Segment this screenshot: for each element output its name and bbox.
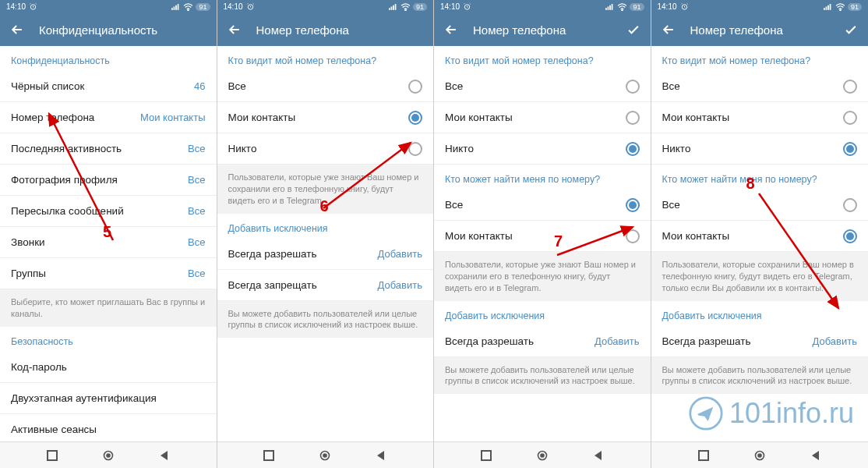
row-groups[interactable]: ГруппыВсе (0, 258, 217, 289)
svg-rect-36 (699, 451, 708, 460)
nav-recent-icon[interactable] (46, 449, 58, 462)
signal-icon (389, 3, 398, 10)
status-bar: 14:10 91 (434, 0, 651, 13)
svg-rect-32 (826, 7, 827, 10)
nav-back-icon[interactable] (375, 449, 387, 462)
page-title: Номер телефона (256, 23, 425, 37)
option-contacts[interactable]: Мои контакты (217, 102, 434, 133)
screen-1: 14:10 91 Конфиденциальность Конфиденциал… (0, 0, 217, 468)
svg-rect-2 (174, 7, 175, 10)
option-everybody[interactable]: Все (217, 71, 434, 102)
alarm-icon (29, 2, 37, 11)
svg-point-25 (622, 9, 623, 10)
nav-recent-icon[interactable] (480, 449, 492, 462)
radio-icon (408, 111, 422, 125)
nav-home-icon[interactable] (753, 449, 766, 462)
row-twostep[interactable]: Двухэтапная аутентификация (0, 383, 217, 414)
nav-bar (217, 441, 434, 468)
svg-rect-4 (178, 4, 179, 10)
wifi-icon (183, 3, 193, 11)
section-who-finds: Кто может найти меня по номеру? (434, 165, 651, 190)
add-link[interactable]: Добавить (595, 335, 639, 347)
nav-home-icon[interactable] (536, 449, 549, 462)
check-icon[interactable] (843, 22, 859, 37)
svg-point-8 (106, 453, 111, 458)
nav-recent-icon[interactable] (697, 449, 710, 462)
app-bar: Номер телефона (217, 13, 434, 46)
back-icon[interactable] (227, 22, 242, 37)
row-always-allow[interactable]: Всегда разрешатьДобавить (434, 326, 651, 357)
svg-rect-3 (176, 5, 178, 10)
option-find-everybody[interactable]: Все (434, 190, 651, 221)
signal-icon (824, 3, 833, 10)
check-icon[interactable] (626, 22, 641, 37)
back-icon[interactable] (661, 22, 676, 37)
nav-home-icon[interactable] (102, 449, 115, 462)
nav-home-icon[interactable] (319, 449, 331, 462)
row-passcode[interactable]: Код-пароль (0, 352, 217, 383)
screen-3: 14:10 91 Номер телефона Кто видит мой но… (434, 0, 651, 468)
radio-icon (626, 198, 640, 212)
status-bar: 14:10 91 (217, 0, 434, 13)
row-forward[interactable]: Пересылка сообщенийВсе (0, 196, 217, 227)
radio-icon (843, 111, 857, 125)
svg-point-35 (840, 9, 841, 10)
svg-rect-11 (389, 8, 390, 10)
row-profile-photo[interactable]: Фотография профиляВсе (0, 165, 217, 196)
svg-rect-21 (605, 8, 607, 10)
row-blacklist[interactable]: Чёрный список46 (0, 71, 217, 102)
status-bar: 14:10 91 (0, 0, 217, 13)
back-icon[interactable] (9, 22, 25, 37)
wifi-icon (400, 3, 411, 11)
option-nobody[interactable]: Никто (434, 133, 651, 165)
option-find-contacts[interactable]: Мои контакты (434, 221, 651, 252)
nav-back-icon[interactable] (592, 449, 605, 462)
row-sessions[interactable]: Активные сеансы (0, 414, 217, 441)
nav-recent-icon[interactable] (263, 449, 275, 462)
option-nobody[interactable]: Никто (651, 133, 869, 165)
add-link[interactable]: Добавить (813, 335, 857, 347)
signal-icon (605, 3, 615, 10)
radio-icon (626, 229, 640, 243)
svg-rect-13 (393, 5, 394, 10)
row-lastseen[interactable]: Последняя активностьВсе (0, 133, 217, 165)
hint-saved-users: Пользователи, которые сохранили Ваш номе… (651, 252, 869, 301)
option-nobody[interactable]: Никто (217, 133, 434, 165)
row-phone-number[interactable]: Номер телефонаМои контакты (0, 102, 217, 133)
svg-point-38 (757, 453, 762, 458)
option-find-contacts[interactable]: Мои контакты (651, 221, 869, 252)
section-security: Безопасность (0, 327, 217, 352)
option-everybody[interactable]: Все (434, 71, 651, 102)
section-exceptions: Добавить исключения (434, 301, 651, 326)
nav-back-icon[interactable] (158, 449, 171, 462)
radio-icon (843, 229, 857, 243)
section-privacy: Конфиденциальность (0, 46, 217, 71)
app-bar: Номер телефона (434, 13, 651, 46)
page-title: Номер телефона (690, 23, 830, 37)
row-calls[interactable]: ЗвонкиВсе (0, 227, 217, 258)
row-always-allow[interactable]: Всегда разрешатьДобавить (651, 326, 869, 357)
radio-icon (843, 142, 857, 156)
option-contacts[interactable]: Мои контакты (651, 102, 869, 133)
hint-groups: Выберите, кто может приглашать Вас в гру… (0, 289, 217, 327)
wifi-icon (835, 3, 845, 11)
svg-point-15 (405, 9, 406, 10)
add-link[interactable]: Добавить (378, 279, 422, 291)
alarm-icon (246, 2, 255, 11)
radio-icon (843, 198, 857, 212)
page-title: Номер телефона (473, 23, 612, 37)
option-everybody[interactable]: Все (651, 71, 869, 102)
option-contacts[interactable]: Мои контакты (434, 102, 651, 133)
nav-back-icon[interactable] (810, 449, 822, 462)
option-find-everybody[interactable]: Все (651, 190, 869, 221)
back-icon[interactable] (443, 22, 459, 37)
app-bar: Конфиденциальность (0, 13, 217, 46)
row-always-allow[interactable]: Всегда разрешатьДобавить (217, 239, 434, 270)
add-link[interactable]: Добавить (378, 248, 422, 260)
row-always-deny[interactable]: Всегда запрещатьДобавить (217, 270, 434, 301)
radio-icon (626, 80, 640, 94)
nav-bar (651, 441, 869, 468)
svg-rect-16 (264, 451, 273, 460)
section-exceptions: Добавить исключения (651, 301, 869, 326)
hint-known-users: Пользователи, которые уже знают Ваш номе… (217, 165, 434, 214)
